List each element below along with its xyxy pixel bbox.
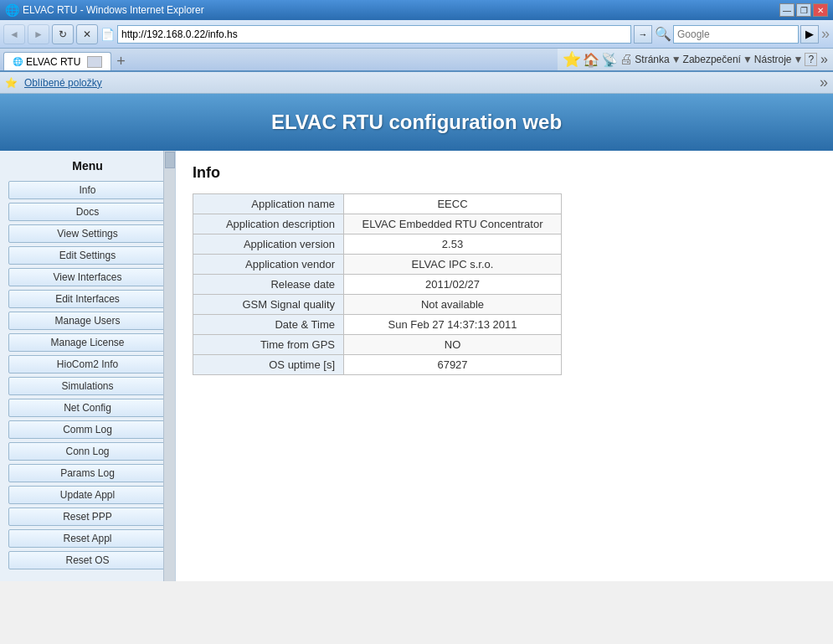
info-row-8: OS uptime [s]67927: [193, 355, 562, 375]
sidebar-btn-view-settings[interactable]: View Settings: [8, 224, 167, 243]
sidebar-btn-hiocom2-info[interactable]: HioCom2 Info: [8, 355, 167, 374]
minimize-button[interactable]: —: [779, 3, 794, 17]
info-row-7: Time from GPSNO: [193, 335, 562, 355]
info-value-1: ELVAC Embedded RTU Concentrator: [344, 214, 562, 234]
info-value-6: Sun Feb 27 14:37:13 2011: [344, 315, 562, 335]
sidebar-btn-info[interactable]: Info: [8, 181, 167, 199]
go-button[interactable]: →: [634, 25, 652, 44]
sidebar-btn-reset-appl[interactable]: Reset Appl: [8, 529, 167, 548]
menubar: ⭐ 🏠 📡 🖨 Stránka ▼ Zabezpečení ▼ Nástroje…: [558, 49, 833, 70]
info-row-3: Application vendorELVAC IPC s.r.o.: [193, 255, 562, 275]
rss-icon[interactable]: 📡: [601, 52, 618, 68]
favorites-star-icon: ⭐: [5, 77, 18, 89]
sidebar-btn-params-log[interactable]: Params Log: [8, 464, 167, 482]
search-button[interactable]: ▶: [800, 25, 819, 44]
sidebar-btn-reset-ppp[interactable]: Reset PPP: [8, 507, 167, 526]
zabezpeceni-menu[interactable]: Zabezpečení: [683, 54, 741, 65]
scrollbar-thumb[interactable]: [165, 152, 175, 168]
close-button[interactable]: ✕: [813, 3, 828, 17]
help-menu[interactable]: ?: [805, 53, 817, 66]
toolbar-expand[interactable]: »: [821, 25, 830, 43]
favorites-icon[interactable]: ⭐: [563, 50, 581, 69]
favorites-bar: ⭐ Oblíbené položky »: [0, 72, 833, 94]
info-row-6: Date & TimeSun Feb 27 14:37:13 2011: [193, 315, 562, 335]
nastroje-menu[interactable]: Nástroje: [754, 54, 792, 65]
titlebar-text: ELVAC RTU - Windows Internet Explorer: [23, 4, 204, 16]
sidebar-btn-simulations[interactable]: Simulations: [8, 377, 167, 395]
tab-label: ELVAC RTU: [26, 56, 80, 68]
info-row-4: Release date2011/02/27: [193, 275, 562, 295]
info-value-4: 2011/02/27: [344, 275, 562, 295]
address-bar-container: 📄 →: [100, 25, 652, 44]
forward-button[interactable]: ►: [28, 24, 49, 44]
info-label-7: Time from GPS: [193, 335, 344, 355]
sidebar-btn-docs[interactable]: Docs: [8, 203, 167, 221]
sidebar-btn-reset-os[interactable]: Reset OS: [8, 551, 167, 569]
sidebar-title: Menu: [8, 159, 167, 173]
info-label-3: Application vendor: [193, 255, 344, 275]
tab-close-btn[interactable]: [87, 56, 102, 68]
stranka-menu[interactable]: Stránka: [635, 54, 669, 65]
new-tab-button[interactable]: +: [113, 53, 129, 70]
info-value-0: EECC: [344, 194, 562, 214]
info-label-5: GSM Signal quality: [193, 295, 344, 315]
info-row-0: Application nameEECC: [193, 194, 562, 214]
sidebar-btn-update-appl[interactable]: Update Appl: [8, 486, 167, 504]
info-value-5: Not available: [344, 295, 562, 315]
sidebar-btn-comm-log[interactable]: Comm Log: [8, 420, 167, 439]
back-button[interactable]: ◄: [3, 24, 25, 44]
active-tab[interactable]: 🌐 ELVAC RTU: [3, 52, 111, 70]
sidebar-btn-manage-users[interactable]: Manage Users: [8, 312, 167, 330]
page-content: ELVAC RTU configuration web Menu InfoDoc…: [0, 94, 833, 644]
sidebar-btn-conn-log[interactable]: Conn Log: [8, 442, 167, 461]
info-value-2: 2.53: [344, 234, 562, 255]
sidebar-btn-edit-interfaces[interactable]: Edit Interfaces: [8, 290, 167, 308]
info-label-0: Application name: [193, 194, 344, 214]
print-icon[interactable]: 🖨: [620, 52, 633, 67]
sidebar-btn-view-interfaces[interactable]: View Interfaces: [8, 268, 167, 286]
info-label-8: OS uptime [s]: [193, 355, 344, 375]
tab-favicon: 🌐: [13, 57, 23, 66]
address-icon: 📄: [100, 28, 115, 41]
refresh-button[interactable]: ↻: [52, 24, 74, 44]
menu-buttons-container: InfoDocsView SettingsEdit SettingsView I…: [8, 181, 167, 569]
sidebar-btn-manage-license[interactable]: Manage License: [8, 333, 167, 352]
info-value-8: 67927: [344, 355, 562, 375]
info-label-4: Release date: [193, 275, 344, 295]
sidebar-btn-net-config[interactable]: Net Config: [8, 399, 167, 417]
toolbar-more[interactable]: »: [820, 52, 828, 67]
sidebar-btn-edit-settings[interactable]: Edit Settings: [8, 246, 167, 265]
info-value-3: ELVAC IPC s.r.o.: [344, 255, 562, 275]
info-label-6: Date & Time: [193, 315, 344, 335]
info-row-1: Application descriptionELVAC Embedded RT…: [193, 214, 562, 234]
address-input[interactable]: [117, 25, 631, 44]
main-content: Info Application nameEECCApplication des…: [176, 151, 833, 581]
tabs-bar: 🌐 ELVAC RTU +: [0, 49, 558, 70]
stop-button[interactable]: ✕: [76, 24, 98, 44]
sidebar-scrollbar[interactable]: [163, 151, 175, 581]
info-heading: Info: [193, 164, 816, 182]
search-container: 🔍 ▶: [655, 25, 819, 44]
favorites-more[interactable]: »: [820, 74, 828, 91]
info-label-1: Application description: [193, 214, 344, 234]
info-value-7: NO: [344, 335, 562, 355]
favorites-label[interactable]: Oblíbené položky: [24, 77, 102, 89]
titlebar: 🌐 ELVAC RTU - Windows Internet Explorer …: [0, 0, 833, 20]
sidebar: Menu InfoDocsView SettingsEdit SettingsV…: [0, 151, 176, 581]
page-body: Menu InfoDocsView SettingsEdit SettingsV…: [0, 151, 833, 581]
info-row-5: GSM Signal qualityNot available: [193, 295, 562, 315]
search-input[interactable]: [673, 25, 799, 44]
page-header: ELVAC RTU configuration web: [0, 94, 833, 151]
titlebar-icon: 🌐: [5, 3, 19, 17]
restore-button[interactable]: ❐: [796, 3, 811, 17]
page-title: ELVAC RTU configuration web: [17, 111, 816, 134]
info-row-2: Application version2.53: [193, 234, 562, 255]
info-table: Application nameEECCApplication descript…: [193, 193, 562, 375]
home-icon[interactable]: 🏠: [583, 52, 599, 68]
browser-toolbar: ◄ ► ↻ ✕ 📄 → 🔍 ▶ »: [0, 20, 833, 49]
info-label-2: Application version: [193, 234, 344, 255]
